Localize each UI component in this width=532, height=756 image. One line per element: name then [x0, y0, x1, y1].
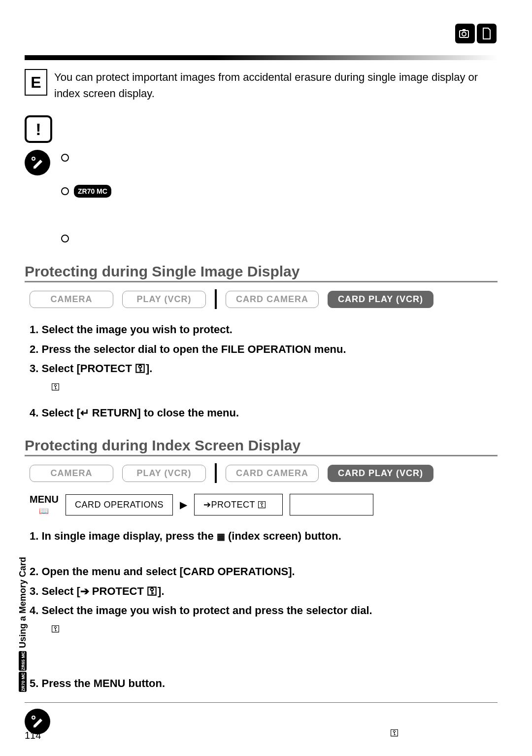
menu-arrow-icon: ▶: [180, 499, 187, 511]
model-badge: ZR70 MC: [74, 185, 111, 198]
side-tab-label: Using a Memory Card: [18, 557, 28, 648]
menu-label: MENU 📖: [30, 494, 59, 515]
section-title-index: Protecting during Index Screen Display: [25, 437, 498, 456]
side-tab: ZR70 MC ZR65 MC Using a Memory Card: [18, 557, 28, 692]
step-3-note: ⚿• ⚿ appears on the image. • To cancel t…: [51, 378, 498, 394]
mode-separator: [215, 463, 217, 483]
mode-play-vcr: PLAY (VCR): [122, 465, 206, 482]
svg-point-1: [462, 32, 466, 36]
header-icons: [455, 24, 497, 43]
side-badge-1: ZR70 MC: [19, 672, 27, 692]
key-icon: ⚿: [51, 622, 60, 636]
step-4: 4. Select the image you wish to protect …: [30, 601, 498, 620]
svg-point-4: [32, 716, 35, 719]
section-title-single: Protecting during Single Image Display: [25, 263, 498, 282]
mode-separator: [215, 289, 217, 309]
svg-point-3: [32, 157, 35, 160]
notes-icon: [25, 150, 50, 175]
menu-path-row: MENU 📖 CARD OPERATIONS ▶ ➔PROTECT ⚿: [30, 494, 498, 515]
step-1: 1. In single image display, press the ▦ …: [30, 526, 498, 546]
mode-card-camera: CARD CAMERA: [226, 465, 319, 482]
mode-card-play-vcr: CARD PLAY (VCR): [328, 291, 433, 308]
step-3: 3. Select [PROTECT ⚿].: [30, 359, 498, 378]
menu-box-protect: ➔PROTECT ⚿: [194, 494, 283, 515]
step-4: 4. Select [↵ RETURN] to close the menu.: [30, 403, 498, 423]
step-2: 2. Press the selector dial to open the F…: [30, 340, 498, 359]
mode-card-camera: CARD CAMERA: [226, 291, 319, 308]
key-icon: ⚿: [51, 380, 60, 394]
page-number: 114: [25, 730, 41, 741]
step-2: 2. Open the menu and select [CARD OPERAT…: [30, 562, 498, 582]
step-3: 3. Select [➔ PROTECT ⚿].: [30, 582, 498, 601]
mode-card-play-vcr: CARD PLAY (VCR): [328, 465, 433, 482]
index-screen-icon: ▦: [217, 532, 225, 542]
mode-selector-row-2: CAMERA PLAY (VCR) CARD CAMERA CARD PLAY …: [30, 463, 498, 483]
key-icon: ⚿: [390, 726, 399, 740]
side-badge-2: ZR65 MC: [19, 651, 27, 671]
notes-body: Sample movies recorded on the supplied S…: [61, 150, 498, 248]
intro-text: You can protect important images from ac…: [54, 69, 498, 102]
step-5: 5. Press the MENU button.: [30, 674, 498, 693]
caution-icon: !: [25, 115, 52, 143]
step-1: 1. Select the image you wish to protect.: [30, 320, 498, 340]
menu-box-empty: [290, 494, 373, 515]
camera-icon: [455, 24, 475, 43]
header-divider: [25, 55, 498, 60]
bullet-icon: [61, 187, 69, 195]
svg-rect-2: [463, 29, 466, 31]
mode-play-vcr: PLAY (VCR): [122, 291, 206, 308]
book-icon: 📖: [39, 506, 49, 515]
mode-camera: CAMERA: [30, 291, 113, 308]
card-icon: [477, 24, 497, 43]
bullet-icon: [61, 235, 69, 242]
mode-camera: CAMERA: [30, 465, 113, 482]
footer-note-text: You can exit the menu at any time by pre…: [61, 709, 498, 740]
mode-selector-row: CAMERA PLAY (VCR) CARD CAMERA CARD PLAY …: [30, 289, 498, 309]
language-marker: E: [25, 69, 47, 96]
bullet-icon: [61, 154, 69, 162]
menu-box-card-operations: CARD OPERATIONS: [66, 494, 173, 515]
step-4-note: ⚿• ⚿ appears on the image. • To cancel t…: [51, 620, 498, 652]
